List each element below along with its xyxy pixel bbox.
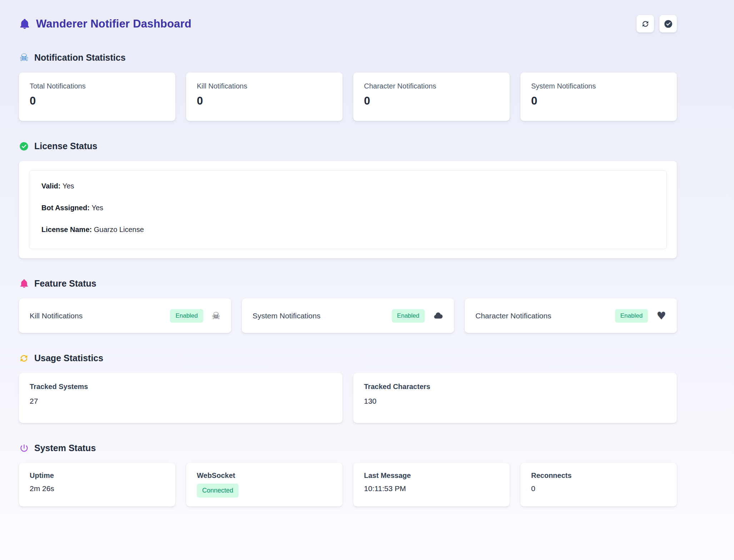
stat-value: 0 (364, 95, 499, 107)
system-label: Reconnects (531, 471, 666, 480)
sync-arrows-amber-icon (19, 353, 29, 363)
license-name-label: License Name: (41, 226, 94, 233)
stat-value: 0 (30, 95, 165, 107)
status-check-button[interactable] (659, 15, 677, 32)
stat-label: Kill Notifications (197, 82, 332, 90)
enabled-badge: Enabled (170, 309, 203, 323)
section-title: License Status (34, 141, 97, 151)
license-name-line: License Name: Guarzo License (41, 226, 654, 234)
feature-card-character-notifications: Character Notifications Enabled ♥ (465, 298, 677, 333)
enabled-badge: Enabled (392, 309, 425, 323)
stat-card-total-notifications: Total Notifications 0 (19, 72, 175, 121)
section-notification-statistics: ☠ Notification Statistics Total Notifica… (19, 52, 677, 121)
check-circle-green-icon (19, 141, 29, 151)
section-title: System Status (34, 443, 96, 453)
stat-card-system-notifications: System Notifications 0 (520, 72, 677, 121)
stat-label: Character Notifications (364, 82, 499, 90)
license-card: Valid: Yes Bot Assigned: Yes License Nam… (19, 161, 677, 258)
stat-value: 0 (531, 95, 666, 107)
system-label: Uptime (30, 471, 165, 480)
stat-card-character-notifications: Character Notifications 0 (353, 72, 510, 121)
enabled-badge: Enabled (615, 309, 648, 323)
header-actions (636, 15, 677, 32)
license-bot-value: Yes (91, 204, 103, 212)
system-card-websocket: WebSocket Connected (186, 463, 343, 506)
system-card-uptime: Uptime 2m 26s (19, 463, 175, 506)
refresh-button[interactable] (636, 15, 654, 32)
section-feature-status: Feature Status Kill Notifications Enable… (19, 278, 677, 333)
header: Wanderer Notifier Dashboard (19, 15, 677, 32)
system-value: 0 (531, 484, 666, 493)
system-card-reconnects: Reconnects 0 (520, 463, 677, 506)
skull-crossbones-icon: ☠ (212, 311, 220, 321)
license-bot-label: Bot Assigned: (41, 204, 91, 212)
license-bot-line: Bot Assigned: Yes (41, 204, 654, 212)
stat-value: 0 (197, 95, 332, 107)
license-details-box: Valid: Yes Bot Assigned: Yes License Nam… (29, 170, 667, 249)
license-valid-label: Valid: (41, 182, 63, 190)
connected-badge: Connected (197, 484, 239, 498)
feature-label: Character Notifications (475, 312, 551, 320)
page-title: Wanderer Notifier Dashboard (36, 17, 191, 30)
cloud-icon (433, 311, 443, 321)
system-label: WebSocket (197, 471, 332, 480)
usage-card-tracked-systems: Tracked Systems 27 (19, 373, 343, 423)
system-value: 2m 26s (30, 484, 165, 493)
feature-card-kill-notifications: Kill Notifications Enabled ☠ (19, 298, 231, 333)
usage-card-tracked-characters: Tracked Characters 130 (353, 373, 677, 423)
system-label: Last Message (364, 471, 499, 480)
sync-arrows-icon (641, 20, 650, 28)
heart-icon: ♥ (656, 311, 666, 321)
dashboard-page: Wanderer Notifier Dashboard ☠ Notificati… (0, 0, 734, 560)
section-license-status: License Status Valid: Yes Bot Assigned: … (19, 141, 677, 258)
license-valid-value: Yes (63, 182, 74, 190)
section-title: Usage Statistics (34, 353, 103, 363)
section-title: Notification Statistics (34, 52, 126, 63)
section-system-status: System Status Uptime 2m 26s WebSocket Co… (19, 443, 677, 506)
feature-label: Kill Notifications (30, 312, 83, 320)
usage-label: Tracked Systems (30, 383, 332, 391)
usage-value: 130 (364, 397, 666, 405)
stat-label: System Notifications (531, 82, 666, 90)
license-valid-line: Valid: Yes (41, 182, 654, 190)
bell-pink-icon (19, 279, 29, 288)
usage-label: Tracked Characters (364, 383, 666, 391)
power-icon (19, 443, 29, 453)
feature-label: System Notifications (253, 312, 320, 320)
skull-crossbones-icon: ☠ (19, 52, 29, 63)
stat-label: Total Notifications (30, 82, 165, 90)
bell-icon (19, 18, 30, 30)
license-name-value: Guarzo License (94, 226, 144, 233)
system-card-last-message: Last Message 10:11:53 PM (353, 463, 510, 506)
system-value: 10:11:53 PM (364, 484, 499, 493)
feature-card-system-notifications: System Notifications Enabled (242, 298, 454, 333)
section-title: Feature Status (34, 278, 96, 289)
check-circle-icon (664, 19, 673, 29)
stat-card-kill-notifications: Kill Notifications 0 (186, 72, 343, 121)
usage-value: 27 (30, 397, 332, 405)
section-usage-statistics: Usage Statistics Tracked Systems 27 Trac… (19, 353, 677, 423)
